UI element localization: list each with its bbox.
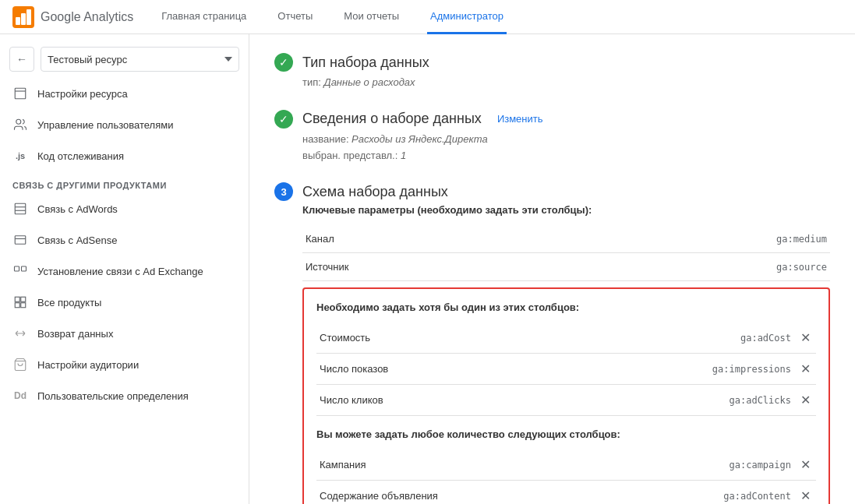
table-row: Число кликов ga:adClicks ✕ xyxy=(316,385,816,416)
required-col-name-2: Число кликов xyxy=(316,385,540,416)
sidebar-item-users[interactable]: Управление пользователями xyxy=(0,109,249,140)
table-row: Стоимость ga:adCost ✕ xyxy=(316,322,816,354)
step2: ✓ Сведения о наборе данных Изменить назв… xyxy=(274,110,830,164)
step2-meta-line2: выбран. представл.: 1 xyxy=(302,148,830,164)
step3-title: Схема набора данных xyxy=(302,184,448,200)
all-products-icon xyxy=(12,294,28,310)
users-icon xyxy=(12,117,28,132)
table-row: Канал ga:medium xyxy=(302,225,830,253)
logo: Google Analytics xyxy=(12,6,133,28)
sidebar-item-adwords-label: Связь с AdWords xyxy=(37,203,118,215)
required-col-code-0: ga:adCost xyxy=(540,322,794,354)
svg-rect-1 xyxy=(16,17,20,25)
nav-admin[interactable]: Администратор xyxy=(427,0,507,34)
step2-edit-link[interactable]: Изменить xyxy=(497,113,543,125)
step2-meta-line1: название: Расходы из Яндекс.Директа xyxy=(302,132,830,148)
key-param-code-0: ga:medium xyxy=(548,225,830,253)
nav-my-reports[interactable]: Мои отчеты xyxy=(341,0,402,34)
step1-check-icon: ✓ xyxy=(274,53,293,72)
required-col-remove-2[interactable]: ✕ xyxy=(794,385,816,416)
optional-cols-table: Кампания ga:campaign ✕ Содержание объявл… xyxy=(316,449,816,504)
data-return-icon xyxy=(12,326,28,341)
required-col-name-1: Число показов xyxy=(316,354,540,385)
svg-rect-2 xyxy=(21,13,26,25)
main-nav: Главная страница Отчеты Мои отчеты Админ… xyxy=(158,0,843,34)
header: Google Analytics Главная страница Отчеты… xyxy=(0,0,855,34)
back-button[interactable]: ← xyxy=(9,47,34,72)
required-col-code-2: ga:adClicks xyxy=(540,385,794,416)
sidebar-item-all-products-label: Все продукты xyxy=(37,297,101,308)
resource-select[interactable]: Тестовый ресурс xyxy=(41,47,239,72)
optional-label: Вы можете задать любое количество следую… xyxy=(316,428,816,440)
optional-col-code-1: ga:adContent xyxy=(617,481,794,504)
key-params-label: Ключевые параметры (необходимо задать эт… xyxy=(302,204,830,216)
nav-reports[interactable]: Отчеты xyxy=(274,0,316,34)
step2-header: ✓ Сведения о наборе данных Изменить xyxy=(274,110,830,129)
sidebar-section-label: СВЯЗЬ С ДРУГИМИ ПРОДУКТАМИ xyxy=(0,171,249,193)
optional-col-remove-1[interactable]: ✕ xyxy=(794,481,816,504)
step1-header: ✓ Тип набора данных xyxy=(274,53,830,72)
table-row: Число показов ga:impressions ✕ xyxy=(316,354,816,385)
svg-point-6 xyxy=(16,119,21,124)
adsense-icon xyxy=(12,232,28,248)
optional-col-name-1: Содержание объявления xyxy=(316,481,617,504)
custom-defs-icon: Dd xyxy=(12,388,28,404)
required-col-code-1: ga:impressions xyxy=(540,354,794,385)
sidebar: ← Тестовый ресурс Настройки ресурса Упра… xyxy=(0,34,249,504)
key-param-name-0: Канал xyxy=(302,225,548,253)
sidebar-item-audience[interactable]: Настройки аудитории xyxy=(0,349,249,380)
svg-rect-7 xyxy=(15,203,26,214)
step1: ✓ Тип набора данных тип: Данные о расход… xyxy=(274,53,830,91)
sidebar-item-data-return-label: Возврат данных xyxy=(37,328,113,340)
sidebar-item-all-products[interactable]: Все продукты xyxy=(0,287,249,318)
required-box-label: Необходимо задать хотя бы один из этих с… xyxy=(316,301,816,313)
key-params-table: Канал ga:medium Источник ga:source xyxy=(302,225,830,281)
settings-icon xyxy=(12,86,28,101)
sidebar-item-tracking[interactable]: .js Код отслеживания xyxy=(0,140,249,171)
nav-home[interactable]: Главная страница xyxy=(158,0,249,34)
required-box: Необходимо задать хотя бы один из этих с… xyxy=(302,287,830,504)
sidebar-top: ← Тестовый ресурс xyxy=(0,41,249,78)
optional-col-name-0: Кампания xyxy=(316,449,617,481)
required-cols-table: Стоимость ga:adCost ✕ Число показов ga:i… xyxy=(316,322,816,416)
sidebar-item-tracking-label: Код отслеживания xyxy=(37,150,124,162)
app-body: ← Тестовый ресурс Настройки ресурса Упра… xyxy=(0,34,855,504)
required-col-remove-0[interactable]: ✕ xyxy=(794,322,816,354)
optional-col-remove-0[interactable]: ✕ xyxy=(794,449,816,481)
sidebar-item-adsense-label: Связь с AdSense xyxy=(37,234,117,246)
svg-rect-17 xyxy=(21,303,26,308)
required-col-name-0: Стоимость xyxy=(316,322,540,354)
required-col-remove-1[interactable]: ✕ xyxy=(794,354,816,385)
svg-rect-10 xyxy=(15,236,26,245)
sidebar-item-audience-label: Настройки аудитории xyxy=(37,359,139,371)
sidebar-item-adsense[interactable]: Связь с AdSense xyxy=(0,224,249,256)
svg-rect-4 xyxy=(15,88,26,99)
step2-title: Сведения о наборе данных xyxy=(302,111,482,127)
svg-rect-3 xyxy=(26,9,31,25)
adwords-icon xyxy=(12,201,28,217)
sidebar-item-adexchange-label: Установление связи с Ad Exchange xyxy=(37,266,203,277)
sidebar-item-adwords[interactable]: Связь с AdWords xyxy=(0,193,249,224)
step2-meta: название: Расходы из Яндекс.Директа выбр… xyxy=(274,132,830,164)
step3-header: 3 Схема набора данных xyxy=(274,182,830,201)
table-row: Кампания ga:campaign ✕ xyxy=(316,449,816,481)
tracking-icon: .js xyxy=(12,148,28,164)
key-param-code-1: ga:source xyxy=(548,253,830,281)
table-row: Содержание объявления ga:adContent ✕ xyxy=(316,481,816,504)
table-row: Источник ga:source xyxy=(302,253,830,281)
svg-rect-16 xyxy=(15,303,19,308)
step1-meta: тип: Данные о расходах xyxy=(274,75,830,91)
ga-logo-icon xyxy=(12,6,34,28)
step3: 3 Схема набора данных Ключевые параметры… xyxy=(274,182,830,504)
step2-check-icon: ✓ xyxy=(274,110,293,129)
schema-section: Ключевые параметры (необходимо задать эт… xyxy=(274,204,830,504)
optional-col-code-0: ga:campaign xyxy=(617,449,794,481)
sidebar-item-data-return[interactable]: Возврат данных xyxy=(0,318,249,349)
key-param-name-1: Источник xyxy=(302,253,548,281)
adexchange-icon xyxy=(12,263,28,279)
sidebar-item-adexchange[interactable]: Установление связи с Ad Exchange xyxy=(0,256,249,287)
sidebar-item-users-label: Управление пользователями xyxy=(37,119,173,131)
step1-meta-text: тип: Данные о расходах xyxy=(302,76,415,88)
sidebar-item-custom-defs[interactable]: Dd Пользовательские определения xyxy=(0,380,249,411)
sidebar-item-settings[interactable]: Настройки ресурса xyxy=(0,78,249,109)
